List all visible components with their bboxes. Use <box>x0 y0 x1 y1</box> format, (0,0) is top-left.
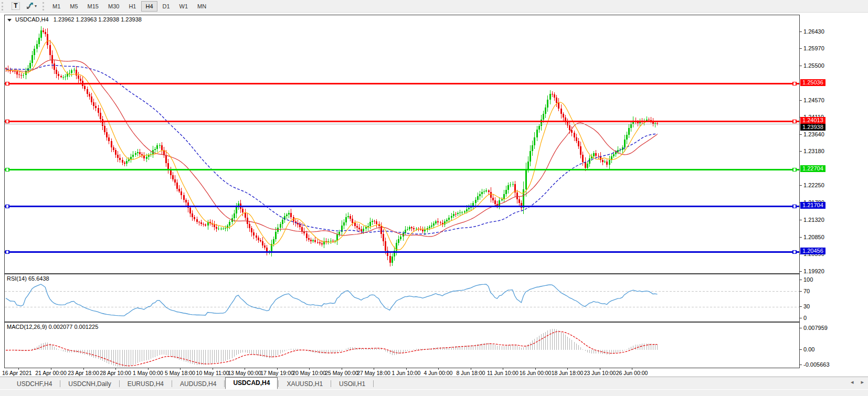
rsi-panel[interactable] <box>4 274 800 322</box>
line-handle[interactable] <box>6 168 9 172</box>
tab-scroll-right-icon[interactable]: ▸ <box>861 379 864 386</box>
top-toolbar: T ▾ M1M5M15M30H1H4D1W1MN <box>0 0 868 13</box>
line-handle[interactable] <box>793 168 796 172</box>
macd-indicator-label: MACD(12,26,9) 0.002077 0.001225 <box>7 324 98 330</box>
line-handle[interactable] <box>793 251 796 254</box>
timeframe-button-h1[interactable]: H1 <box>124 1 140 12</box>
text-tool-button[interactable]: T <box>8 1 23 12</box>
chart-tab-usdcad-h4[interactable]: USDCAD,H4 <box>225 377 278 389</box>
line-handle[interactable] <box>6 120 9 123</box>
line-handle[interactable] <box>793 82 796 85</box>
chart-tab-usoil-h1[interactable]: USOil,H1 <box>332 379 373 389</box>
quote-values: 1.23962 1.23963 1.23938 1.23938 <box>54 16 142 23</box>
timeframe-button-w1[interactable]: W1 <box>175 1 193 12</box>
macd-panel[interactable] <box>4 322 800 368</box>
line-handle[interactable] <box>6 82 9 85</box>
symbol-dropdown-icon[interactable] <box>7 19 12 22</box>
tab-separator <box>224 380 225 387</box>
tab-separator <box>331 380 331 387</box>
chart-tab-eurusd-h4[interactable]: EURUSD,H4 <box>120 379 171 389</box>
rsi-indicator-label: RSI(14) 65.6438 <box>7 275 49 282</box>
chart-tab-audusd-h4[interactable]: AUDUSD,H4 <box>173 379 224 389</box>
chart-tab-usdchf-h4[interactable]: USDCHF,H4 <box>9 379 59 389</box>
tab-separator <box>373 380 374 387</box>
tab-separator <box>60 380 60 387</box>
chart-client-area <box>0 13 868 376</box>
objects-icon <box>26 2 34 10</box>
chart-title: USDCAD,H4 1.23962 1.23963 1.23938 1.2393… <box>7 16 142 23</box>
main-chart-panel-svg <box>5 15 799 273</box>
main-chart-panel[interactable] <box>4 15 800 274</box>
line-handle[interactable] <box>6 251 9 254</box>
symbol-period-label: USDCAD,H4 <box>15 16 49 23</box>
toolbar-grip[interactable] <box>2 2 6 10</box>
text-tool-icon: T <box>12 2 19 10</box>
timeframe-button-m15[interactable]: M15 <box>83 1 103 12</box>
line-handle[interactable] <box>6 205 9 208</box>
tab-scroll-arrows: ◂ ▸ <box>851 379 864 386</box>
chart-tab-bar: USDCHF,H4USDCNH,DailyEURUSD,H4AUDUSD,H4U… <box>0 377 868 389</box>
rsi-panel-svg <box>5 274 799 322</box>
timeframe-button-d1[interactable]: D1 <box>158 1 174 12</box>
line-handle[interactable] <box>793 205 796 208</box>
tab-separator <box>172 380 172 387</box>
timeframe-button-m30[interactable]: M30 <box>104 1 123 12</box>
tab-scroll-left-icon[interactable]: ◂ <box>851 379 854 386</box>
macd-panel-svg <box>5 323 799 368</box>
chevron-down-icon: ▾ <box>35 4 37 8</box>
timeframe-button-h4[interactable]: H4 <box>141 1 157 12</box>
timeframe-group: M1M5M15M30H1H4D1W1MN <box>48 1 211 12</box>
timeframe-button-m5[interactable]: M5 <box>66 1 82 12</box>
tab-separator <box>119 380 120 387</box>
objects-tool-button[interactable]: ▾ <box>24 1 39 12</box>
timeframe-button-m1[interactable]: M1 <box>48 1 65 12</box>
toolbar-separator <box>43 2 45 10</box>
chart-tab-xauusd-h1[interactable]: XAUUSD,H1 <box>279 379 330 389</box>
timeframe-button-mn[interactable]: MN <box>193 1 210 12</box>
line-handle[interactable] <box>793 120 796 123</box>
tab-separator <box>278 380 279 387</box>
chart-tab-usdcnh-daily[interactable]: USDCNH,Daily <box>61 379 118 389</box>
status-bar <box>0 389 868 396</box>
